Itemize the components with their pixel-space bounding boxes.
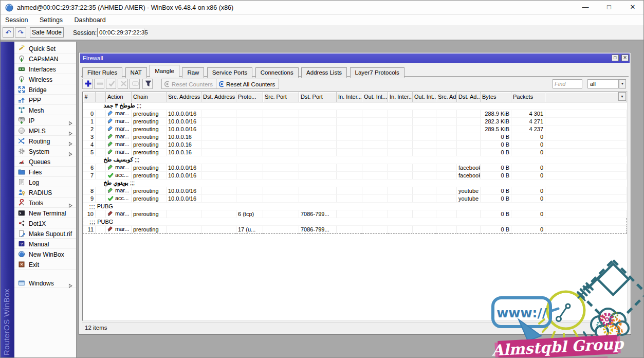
filter-button[interactable] xyxy=(142,79,153,89)
tab-filter-rules[interactable]: Filter Rules xyxy=(82,67,122,78)
tab-service-ports[interactable]: Service Ports xyxy=(207,67,252,78)
rule-row[interactable]: 2mar...prerouting10.0.0.0/16289.5 KiB4 2… xyxy=(83,125,627,133)
col-src-address-list[interactable]: Src. Ad... xyxy=(436,92,457,102)
col-protocol[interactable]: Proto... xyxy=(236,92,263,102)
disable-button[interactable] xyxy=(118,79,128,89)
col-chain[interactable]: Chain xyxy=(132,92,167,102)
col-dst-address[interactable]: Dst. Address xyxy=(201,92,236,102)
redo-button[interactable]: ↷ xyxy=(15,27,26,38)
rule-row[interactable]: 4mar...prerouting10.0.0.160 B0 xyxy=(83,140,627,148)
sidebar-item-mpls[interactable]: MPLS xyxy=(14,126,76,136)
find-input[interactable] xyxy=(553,79,582,88)
tab-raw[interactable]: Raw xyxy=(182,67,204,78)
cell-in-if xyxy=(337,187,362,194)
sidebar: Quick SetCAPsMANInterfacesWirelessBridge… xyxy=(14,42,77,358)
minimize-button[interactable]: — xyxy=(574,1,597,15)
cell-in-if xyxy=(337,140,362,148)
col-out-interface[interactable]: Out. Int... xyxy=(362,92,388,102)
sidebar-item-new-winbox[interactable]: New WinBox xyxy=(14,249,76,259)
comment-row[interactable]: ;;; PUBG xyxy=(83,218,627,225)
col-in-interface-list[interactable]: In. Inter... xyxy=(388,92,413,102)
col-src-address[interactable]: Src. Address xyxy=(167,92,201,102)
rule-row[interactable]: 5mar...prerouting10.0.0.160 B0 xyxy=(83,148,627,156)
rule-row[interactable]: 8mar...prerouting10.0.0.0/16youtube0 B0 xyxy=(83,187,627,194)
sidebar-item-tools[interactable]: Tools xyxy=(14,198,76,208)
sidebar-item-dot1x[interactable]: Dot1X xyxy=(14,218,76,228)
tab-address-lists[interactable]: Address Lists xyxy=(301,67,347,78)
rule-row[interactable]: 3mar...prerouting10.0.0.160 B0 xyxy=(83,133,627,140)
cell-filler xyxy=(545,125,627,133)
app-titlebar[interactable]: ahmed@00:0C:29:37:22:35 (AHMED AMER) - W… xyxy=(1,1,644,15)
cell-src-port xyxy=(263,110,299,117)
rule-row[interactable]: 6mar...prerouting10.0.0.0/16facebook0 B0 xyxy=(83,164,627,171)
rule-row[interactable]: 9acc...prerouting10.0.0.0/16youtube0 B0 xyxy=(83,194,627,202)
action-label: mar... xyxy=(115,118,130,124)
comment-row[interactable]: خط يوتيوب ;;; xyxy=(83,179,627,187)
tab-connections[interactable]: Connections xyxy=(255,67,299,78)
col-out-interface-list[interactable]: Out. Int... xyxy=(413,92,436,102)
safe-mode-button[interactable]: Safe Mode xyxy=(30,27,64,38)
comment-row[interactable]: خط فيسبوك ;;; xyxy=(83,156,627,164)
undo-button[interactable]: ↶ xyxy=(3,27,14,38)
sidebar-item-new-terminal[interactable]: New Terminal xyxy=(14,208,76,218)
col-dst-address-list[interactable]: Dst. Ad... xyxy=(457,92,481,102)
cell-bytes: 0 B xyxy=(481,164,511,171)
sidebar-item-make-supout-rif[interactable]: Make Supout.rif xyxy=(14,228,76,239)
col-number[interactable]: # xyxy=(83,92,96,102)
menu-session[interactable]: Session xyxy=(1,15,32,25)
sidebar-item-routing[interactable]: Routing xyxy=(14,136,76,146)
firewall-window-titlebar[interactable]: Firewall □ ✕ xyxy=(80,53,630,63)
firewall-maximize-button[interactable]: □ xyxy=(612,55,619,61)
rule-row[interactable]: 7acc...prerouting10.0.0.0/16facebook0 B0 xyxy=(83,171,627,179)
close-button[interactable]: ✕ xyxy=(621,1,644,15)
sidebar-item-wireless[interactable]: Wireless xyxy=(14,74,76,84)
sidebar-item-files[interactable]: Files xyxy=(14,167,76,177)
maximize-button[interactable]: □ xyxy=(597,1,621,15)
col-in-interface[interactable]: In. Inter... xyxy=(337,92,362,102)
cell-dst-adlist: youtube xyxy=(457,194,481,202)
filter-select[interactable]: all xyxy=(587,79,619,88)
rule-row[interactable]: 11mar...prerouting17 (u...7086-799...0 B… xyxy=(83,225,627,233)
sidebar-item-queues[interactable]: Queues xyxy=(14,156,76,167)
sidebar-item-interfaces[interactable]: Interfaces xyxy=(14,64,76,74)
sidebar-item-exit[interactable]: Exit xyxy=(14,259,76,270)
session-input[interactable]: 00:0C:29:37:22:35 xyxy=(97,28,144,37)
tab-layer7-protocols[interactable]: Layer7 Protocols xyxy=(350,67,404,78)
sidebar-item-capsman[interactable]: CAPsMAN xyxy=(14,53,76,64)
sidebar-item-manual[interactable]: ?Manual xyxy=(14,239,76,249)
col-bytes[interactable]: Bytes xyxy=(481,92,511,102)
filter-dropdown-arrow-icon[interactable]: ▼ xyxy=(619,79,626,88)
col-packets[interactable]: Packets xyxy=(511,92,545,102)
col-action[interactable]: Action xyxy=(106,92,132,102)
sidebar-item-system[interactable]: System xyxy=(14,146,76,156)
add-button[interactable] xyxy=(82,79,93,89)
tab-nat[interactable]: NAT xyxy=(125,67,147,78)
sidebar-item-ip[interactable]: 255IP xyxy=(14,115,76,126)
comment-row[interactable]: ;;; PUBG xyxy=(83,202,627,210)
sidebar-item-ppp[interactable]: PPP xyxy=(14,95,76,105)
sidebar-item-quick-set[interactable]: Quick Set xyxy=(14,43,76,53)
comment-row[interactable]: دمج ٣ خطوط ;;; xyxy=(83,102,627,110)
col-src-port[interactable]: Src. Port xyxy=(263,92,299,102)
comment-button[interactable] xyxy=(130,79,140,89)
rule-row[interactable]: 0mar...prerouting10.0.0.0/16288.9 KiB4 3… xyxy=(83,110,627,117)
remove-button[interactable] xyxy=(94,79,104,89)
sidebar-item-log[interactable]: Log xyxy=(14,177,76,187)
reset-counters-button[interactable]: Reset Counters xyxy=(161,79,217,89)
tab-mangle[interactable]: Mangle xyxy=(150,65,179,77)
sidebar-item-windows[interactable]: Windows xyxy=(14,278,76,288)
rule-row[interactable]: 1mar...prerouting10.0.0.0/16282.3 KiB4 2… xyxy=(83,117,627,125)
rule-row[interactable]: 10mar...prerouting6 (tcp)7086-799...0 B0 xyxy=(83,210,627,218)
menu-dashboard[interactable]: Dashboard xyxy=(70,15,111,25)
sidebar-item-bridge[interactable]: Bridge xyxy=(14,84,76,95)
col-dst-port[interactable]: Dst. Port xyxy=(299,92,337,102)
firewall-close-button[interactable]: ✕ xyxy=(621,55,629,61)
enable-button[interactable] xyxy=(106,79,116,89)
sidebar-item-radius[interactable]: RADIUS xyxy=(14,187,76,198)
sidebar-item-mesh[interactable]: Mesh xyxy=(14,105,76,115)
menu-settings[interactable]: Settings xyxy=(35,15,67,25)
col-flags[interactable] xyxy=(96,92,106,102)
column-select-arrow-icon[interactable]: ▼ xyxy=(618,92,626,101)
reset-all-counters-button[interactable]: Reset All Counters xyxy=(216,79,279,89)
cell-src-adlist xyxy=(436,133,457,140)
